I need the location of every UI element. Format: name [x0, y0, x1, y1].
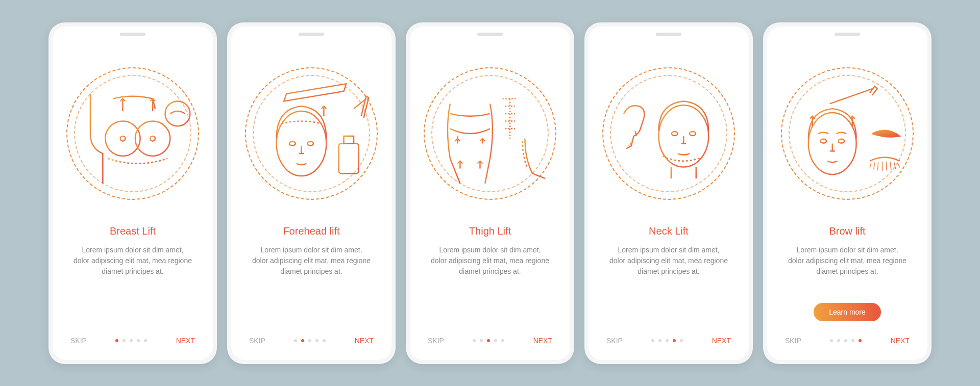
- svg-rect-8: [339, 143, 359, 173]
- screen-title: Thigh Lift: [425, 225, 555, 237]
- illustration-area: [425, 52, 555, 215]
- phone-content: Breast Lift Lorem ipsum dolor sit dim am…: [53, 27, 213, 360]
- brow-lift-icon: [782, 67, 912, 200]
- dot: [651, 339, 654, 342]
- svg-point-14: [820, 139, 826, 143]
- screen-title: Neck Lift: [604, 225, 733, 237]
- phone-speaker: [299, 33, 324, 36]
- learn-more-button[interactable]: Learn more: [814, 303, 881, 321]
- pagination-dots: [294, 339, 326, 342]
- svg-point-7: [307, 141, 313, 145]
- dot: [323, 339, 326, 342]
- svg-point-11: [672, 132, 678, 136]
- dot: [859, 339, 862, 342]
- phone-content: Neck Lift Lorem ipsum dolor sit dim amet…: [589, 27, 749, 360]
- breast-lift-icon: [68, 67, 198, 200]
- neck-lift-icon: [604, 67, 733, 200]
- phone-speaker: [477, 33, 503, 36]
- skip-button[interactable]: SKIP: [249, 337, 265, 345]
- dot: [144, 339, 147, 342]
- dot: [301, 339, 304, 342]
- dot: [837, 339, 840, 342]
- svg-point-4: [165, 101, 190, 126]
- screen-footer: SKIP NEXT: [604, 331, 733, 345]
- phone-speaker: [120, 33, 145, 36]
- thigh-lift-icon: [425, 67, 555, 200]
- dot: [115, 339, 118, 342]
- dot: [137, 339, 140, 342]
- screen-title: Breast Lift: [68, 225, 198, 237]
- phone-screen-4: Neck Lift Lorem ipsum dolor sit dim amet…: [584, 22, 753, 364]
- screen-footer: SKIP NEXT: [425, 331, 555, 345]
- dot: [308, 339, 311, 342]
- dot: [487, 339, 490, 342]
- skip-button[interactable]: SKIP: [70, 337, 87, 345]
- dot: [130, 339, 133, 342]
- svg-point-3: [150, 136, 155, 141]
- phone-screen-2: Forehead lift Lorem ipsum dolor sit dim …: [227, 22, 396, 364]
- illustration-area: [247, 52, 376, 215]
- skip-button[interactable]: SKIP: [428, 337, 444, 345]
- dot: [315, 339, 318, 342]
- pagination-dots: [473, 339, 504, 342]
- screen-description: Lorem ipsum dolor sit dim amet, dolor ad…: [604, 245, 733, 331]
- phone-speaker: [656, 33, 681, 36]
- screen-description: Lorem ipsum dolor sit dim amet, dolor ad…: [782, 245, 912, 303]
- screen-footer: SKIP NEXT: [247, 331, 376, 345]
- phone-content: Forehead lift Lorem ipsum dolor sit dim …: [231, 27, 391, 360]
- forehead-lift-icon: [247, 67, 376, 200]
- dot: [680, 339, 683, 342]
- phone-screen-1: Breast Lift Lorem ipsum dolor sit dim am…: [48, 22, 217, 364]
- dot: [851, 339, 854, 342]
- dot: [294, 339, 297, 342]
- dot: [122, 339, 126, 342]
- svg-point-6: [289, 141, 296, 145]
- dot: [501, 339, 504, 342]
- dot: [473, 339, 476, 342]
- screen-footer: SKIP NEXT: [782, 331, 912, 345]
- skip-button[interactable]: SKIP: [785, 337, 801, 345]
- screen-footer: SKIP NEXT: [68, 331, 198, 345]
- next-button[interactable]: NEXT: [891, 337, 910, 345]
- skip-button[interactable]: SKIP: [606, 337, 623, 345]
- next-button[interactable]: NEXT: [355, 337, 374, 345]
- pagination-dots: [115, 339, 147, 342]
- dot: [830, 339, 833, 342]
- phone-screen-3: Thigh Lift Lorem ipsum dolor sit dim ame…: [406, 22, 574, 364]
- screen-description: Lorem ipsum dolor sit dim amet, dolor ad…: [425, 245, 555, 331]
- phone-speaker: [835, 33, 860, 36]
- svg-point-13: [808, 112, 856, 174]
- dot: [480, 339, 483, 342]
- pagination-dots: [830, 339, 862, 342]
- svg-rect-9: [344, 136, 354, 143]
- next-button[interactable]: NEXT: [176, 337, 195, 345]
- phone-content: Brow lift Lorem ipsum dolor sit dim amet…: [767, 27, 927, 360]
- svg-point-15: [838, 139, 844, 143]
- dot: [673, 339, 676, 342]
- dot: [844, 339, 847, 342]
- svg-point-12: [690, 132, 696, 136]
- dot: [658, 339, 662, 342]
- screen-description: Lorem ipsum dolor sit dim amet, dolor ad…: [247, 245, 376, 331]
- dot: [494, 339, 497, 342]
- screen-title: Brow lift: [782, 225, 912, 237]
- next-button[interactable]: NEXT: [712, 337, 731, 345]
- illustration-area: [68, 52, 198, 215]
- dot: [666, 339, 669, 342]
- phone-screen-5: Brow lift Lorem ipsum dolor sit dim amet…: [763, 22, 932, 364]
- illustration-area: [604, 52, 733, 215]
- illustration-area: [782, 52, 912, 215]
- onboarding-screens: Breast Lift Lorem ipsum dolor sit dim am…: [48, 22, 932, 364]
- screen-description: Lorem ipsum dolor sit dim amet, dolor ad…: [68, 245, 198, 331]
- phone-content: Thigh Lift Lorem ipsum dolor sit dim ame…: [410, 27, 570, 360]
- svg-point-1: [120, 136, 126, 141]
- screen-title: Forehead lift: [247, 225, 376, 237]
- next-button[interactable]: NEXT: [533, 337, 552, 345]
- pagination-dots: [651, 339, 683, 342]
